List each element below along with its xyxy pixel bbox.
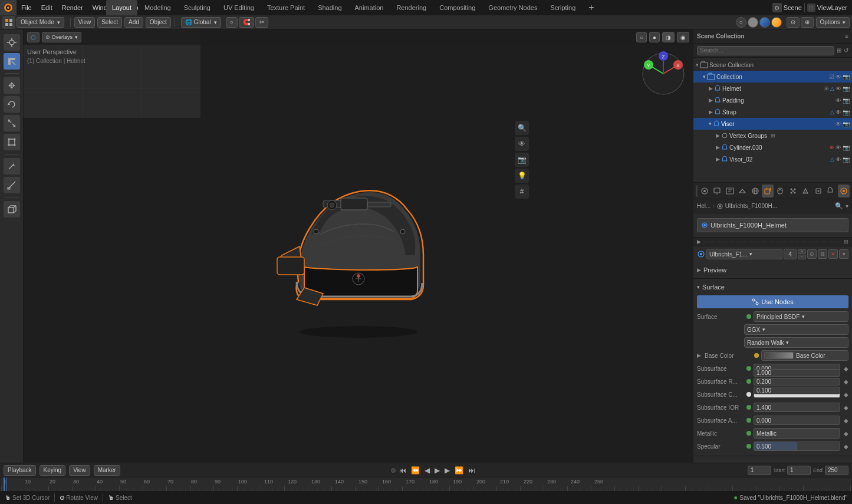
tab-geometry-nodes[interactable]: Geometry Nodes xyxy=(482,0,543,15)
move-tool-btn[interactable]: ✥ xyxy=(4,77,20,94)
marker-menu[interactable]: Marker xyxy=(94,465,120,476)
collection-checkbox[interactable]: ☑ xyxy=(829,74,834,80)
material-arrow[interactable]: ▶ xyxy=(697,239,701,245)
overlay-toggle[interactable]: ⊙ xyxy=(787,17,800,28)
tab-add[interactable]: + xyxy=(583,0,600,15)
tab-rendering[interactable]: Rendering xyxy=(390,0,432,15)
mode-icon[interactable] xyxy=(2,16,15,29)
view-menu[interactable]: View xyxy=(74,17,96,28)
blender-logo[interactable] xyxy=(0,0,17,15)
tab-sculpting[interactable]: Sculpting xyxy=(178,0,216,15)
step-forward-btn[interactable]: ▶ xyxy=(443,466,451,475)
tab-animation[interactable]: Animation xyxy=(349,0,390,15)
solid-shading[interactable] xyxy=(748,17,758,28)
menu-file[interactable]: File xyxy=(17,0,37,15)
prop-constraints-tab[interactable] xyxy=(812,185,824,197)
gizmo-toggle[interactable]: ⊕ xyxy=(801,17,814,28)
view-layer-icon[interactable]: □ xyxy=(807,4,815,12)
visor-vis[interactable]: 👁 xyxy=(835,121,841,127)
scale-tool-btn[interactable] xyxy=(4,115,20,131)
prop-scene-tab[interactable] xyxy=(736,185,748,197)
select-tool-btn[interactable] xyxy=(4,53,20,70)
play-btn[interactable]: ▶ xyxy=(433,466,441,475)
transform-tool-btn[interactable] xyxy=(4,134,20,150)
subsurface-r-val3[interactable]: 0.100 xyxy=(754,387,840,394)
visor-render[interactable]: 📷 xyxy=(843,121,850,127)
padding-expand[interactable]: ▶ xyxy=(709,97,713,103)
material-slot-dropdown[interactable]: Ulbrichts_F1... xyxy=(706,249,782,259)
material-slot-up[interactable]: + xyxy=(798,249,806,254)
strap-expand[interactable]: ▶ xyxy=(709,109,713,115)
shading-material[interactable]: ◑ xyxy=(662,32,675,42)
base-color-expand[interactable]: ▶ xyxy=(697,353,701,358)
camera-btn[interactable]: 📷 xyxy=(515,153,529,167)
annotate-tool-btn[interactable] xyxy=(4,158,20,174)
prev-keyframe-btn[interactable]: ⏪ xyxy=(410,466,421,475)
outliner-item-collection[interactable]: ▾ Collection ☑ 👁 📷 xyxy=(693,71,852,83)
tab-compositing[interactable]: Compositing xyxy=(433,0,481,15)
ggx-dropdown[interactable]: GGX xyxy=(744,324,848,335)
prop-filter-icon[interactable]: ▾ xyxy=(846,203,848,209)
specular-input[interactable]: 0.500 xyxy=(754,442,840,451)
breadcrumb-hel[interactable]: Hel... xyxy=(697,203,710,209)
helmet-restrict-icon[interactable]: △ xyxy=(830,85,834,91)
outliner-search[interactable] xyxy=(697,46,834,55)
padding-render[interactable]: 📷 xyxy=(843,97,850,104)
helmet-object[interactable] xyxy=(264,164,453,341)
metallic-keyframe[interactable]: ◆ xyxy=(844,430,848,437)
base-color-swatch[interactable]: Base Color xyxy=(761,350,848,361)
prop-data-tab[interactable] xyxy=(825,185,837,197)
outliner-item-strap[interactable]: ▶ Strap △ 👁 📷 xyxy=(693,106,852,118)
material-name-box[interactable]: Ulbrichts_F1000H_Helmet xyxy=(697,218,848,232)
grid-btn[interactable]: # xyxy=(515,185,529,199)
shading-render[interactable]: ◉ xyxy=(677,32,689,42)
outliner-item-visor02[interactable]: ▶ Visor_02 △ 👁 📷 xyxy=(693,153,852,165)
zoom-in-btn[interactable]: 🔍 xyxy=(515,121,529,135)
jump-start-btn[interactable]: ⏮ xyxy=(398,466,407,475)
options-button[interactable]: Options xyxy=(816,17,850,28)
prop-render-tab[interactable] xyxy=(698,185,710,197)
wireframe-shading[interactable]: ○ xyxy=(736,17,746,28)
measure-tool-btn[interactable] xyxy=(4,177,20,193)
prop-view-tab[interactable] xyxy=(723,185,735,197)
prop-object-tab[interactable] xyxy=(762,185,774,197)
select-menu[interactable]: Select xyxy=(97,17,122,28)
lamp-btn[interactable]: 💡 xyxy=(515,169,529,183)
start-frame-input[interactable]: 1 xyxy=(787,466,811,475)
tl-view-menu[interactable]: View xyxy=(69,465,90,476)
helmet-render[interactable]: 📷 xyxy=(843,85,850,92)
helmet-vis[interactable]: 👁 xyxy=(835,85,841,92)
navigation-gizmo[interactable]: X Y Z xyxy=(640,50,687,97)
tab-texture-paint[interactable]: Texture Paint xyxy=(261,0,311,15)
engine-icon[interactable]: ⚙ xyxy=(772,3,782,12)
prop-nav-left[interactable] xyxy=(696,185,698,197)
keying-menu[interactable]: Keying xyxy=(40,465,66,476)
visor02-vis[interactable]: 👁 xyxy=(835,156,841,163)
subsurface-r-val1[interactable]: 1.000 xyxy=(754,369,840,377)
shading-solid[interactable]: ● xyxy=(649,32,660,42)
shading-wire[interactable]: ○ xyxy=(636,32,647,42)
helmet-expand[interactable]: ▶ xyxy=(709,85,713,91)
outliner-item-cylinder[interactable]: ▶ Cylinder.030 ⊕ 👁 📷 xyxy=(693,141,852,153)
snap-toggle[interactable]: 🧲 xyxy=(239,17,254,28)
breadcrumb-material[interactable]: Ulbrichts_F1000H... xyxy=(725,203,777,209)
outliner-item-vertex-groups[interactable]: ▶ Vertex Groups ⊞ xyxy=(693,130,852,141)
timeline-ruler[interactable]: 1 10 20 30 40 50 60 70 80 90 100 110 120… xyxy=(1,477,851,492)
padding-vis[interactable]: 👁 xyxy=(835,97,841,104)
prop-physics-tab[interactable] xyxy=(800,185,811,197)
add-cube-btn[interactable] xyxy=(4,201,20,218)
outliner-filter-icon[interactable]: ≡ xyxy=(845,33,848,39)
use-nodes-button[interactable]: Use Nodes xyxy=(697,295,848,308)
viewport-3d[interactable]: ⬡ ⊙ Overlays ○ ● ◑ ◉ User Perspective (1… xyxy=(24,29,693,475)
scene-coll-expand[interactable]: ▾ xyxy=(696,62,699,68)
end-frame-input[interactable]: 250 xyxy=(825,466,848,475)
material-count-btn[interactable]: 4 xyxy=(784,249,797,259)
mode-selector[interactable]: Object Mode xyxy=(17,17,64,28)
strap-render[interactable]: 📷 xyxy=(843,109,850,116)
cylinder-render[interactable]: 📷 xyxy=(843,144,850,151)
material-browse-btn[interactable]: ⊙ xyxy=(807,249,817,259)
prop-particles-tab[interactable] xyxy=(787,185,799,197)
subsurface-ior-keyframe[interactable]: ◆ xyxy=(844,404,848,411)
collection-expand[interactable]: ▾ xyxy=(703,74,706,80)
subsurface-ior-input[interactable]: 1.400 xyxy=(754,403,840,412)
